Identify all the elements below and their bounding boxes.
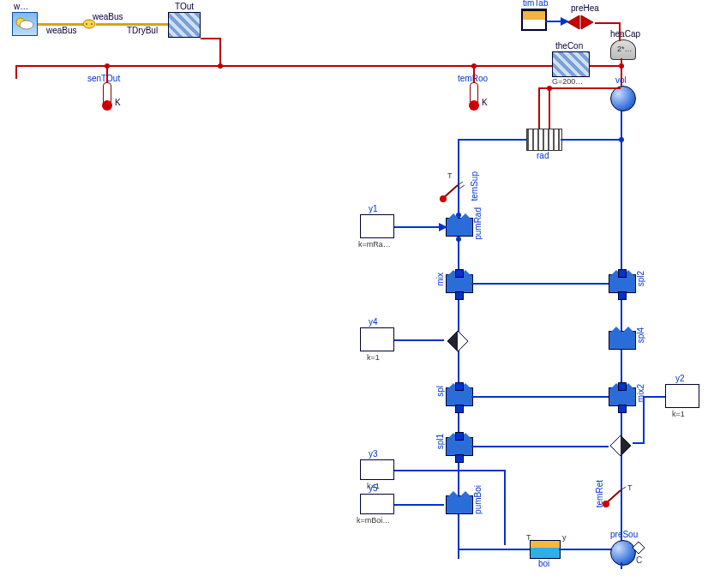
y1-k: k=mRa…	[358, 240, 391, 249]
wire-y2a	[643, 396, 665, 398]
vol-label: vol	[615, 75, 627, 85]
svg-line-11	[459, 185, 465, 189]
thecon-label: theCon	[555, 41, 583, 51]
valve-right[interactable]	[609, 434, 633, 458]
mix-label: mix	[435, 273, 445, 286]
port	[455, 432, 464, 441]
wire-r4	[590, 65, 619, 67]
y1-block[interactable]	[360, 214, 394, 238]
node-r-sen	[105, 63, 110, 69]
wire-rad-r2	[549, 89, 550, 129]
node-pumrad-b	[456, 237, 461, 242]
tout-block[interactable]	[168, 12, 201, 38]
boi-y: y	[562, 533, 567, 542]
port	[455, 454, 464, 463]
spl4-label: spl4	[636, 327, 645, 343]
sentout-thermo[interactable]	[103, 82, 111, 106]
boi-T: T	[526, 533, 531, 542]
prehea-label: preHea	[571, 3, 599, 13]
wire-r1	[201, 38, 221, 39]
pipe-to-rad-right	[561, 139, 622, 141]
heacap-param: 2*…	[617, 45, 633, 53]
node-b-top-right	[619, 137, 624, 142]
heacap-label: heaCap	[610, 29, 640, 39]
pipe-to-rad-left	[458, 139, 526, 141]
boi-block[interactable]	[530, 540, 561, 559]
y3-label: y3	[369, 449, 378, 459]
presou-label: preSou	[610, 530, 638, 539]
pipe-boi-left	[458, 549, 530, 550]
node-pumrad-t	[456, 213, 461, 218]
presou-port: C	[636, 555, 642, 565]
svg-point-4	[91, 23, 93, 25]
wire-r6	[595, 22, 621, 24]
diagram-canvas: w… weaBus weaBus TDryBul TOut theCon G=2…	[0, 0, 714, 588]
port	[618, 405, 627, 413]
weabus-label-2: weaBus	[93, 12, 123, 21]
port	[618, 382, 627, 391]
thecon-block[interactable]	[552, 51, 590, 77]
tout-label: TOut	[175, 2, 194, 11]
wire-y3a	[394, 470, 506, 471]
valve-left[interactable]	[446, 329, 470, 353]
wire-r2	[219, 38, 221, 67]
weather-title: w…	[14, 2, 28, 11]
vol-block[interactable]	[610, 86, 636, 111]
pipe-h-spl1-valve	[471, 446, 609, 447]
y4-label: y4	[369, 317, 378, 327]
temsup-label: temSup	[470, 171, 479, 201]
timtab-block[interactable]	[521, 9, 547, 31]
wire-y3b	[504, 470, 506, 545]
svg-point-1	[20, 21, 33, 29]
svg-marker-14	[447, 331, 458, 351]
arrow-icon	[561, 17, 569, 26]
presou-tail	[621, 562, 622, 569]
spl4-block[interactable]	[609, 331, 636, 350]
wire-y4	[394, 339, 444, 341]
port	[455, 405, 464, 413]
pumboi-block[interactable]	[446, 495, 473, 514]
temsup-icon[interactable]	[439, 180, 465, 202]
svg-line-19	[621, 487, 626, 490]
y5-label: y5	[369, 483, 378, 493]
port	[455, 291, 464, 300]
svg-point-9	[440, 195, 447, 202]
boi-label: boi	[538, 559, 549, 568]
wire-y1	[394, 226, 444, 228]
temsup-T: T	[447, 171, 453, 180]
pumrad-block[interactable]	[446, 218, 473, 237]
y5-block[interactable]	[360, 494, 394, 514]
y2-label: y2	[675, 374, 685, 383]
temroo-thermo[interactable]	[470, 82, 478, 106]
sentout-label: senTOut	[87, 74, 120, 83]
pumrad-label: pumRad	[473, 207, 483, 240]
spl1-label: spl1	[435, 434, 445, 449]
wire-y2c	[633, 442, 645, 444]
svg-line-10	[458, 182, 463, 185]
rad-label: rad	[537, 151, 549, 160]
temret-T: T	[627, 483, 633, 492]
temret-icon[interactable]	[602, 485, 627, 507]
presou-port-icon	[633, 542, 645, 554]
y3-block[interactable]	[360, 459, 394, 480]
port	[455, 269, 464, 278]
svg-marker-7	[561, 17, 569, 26]
node-r-radtop	[547, 86, 552, 91]
wire-r7	[619, 22, 621, 41]
svg-marker-12	[439, 223, 447, 231]
svg-marker-6	[581, 15, 593, 29]
prehea-icon[interactable]	[566, 14, 595, 31]
svg-marker-20	[633, 542, 645, 554]
wire-rad-r1	[538, 89, 540, 129]
port	[618, 291, 627, 300]
wire-r-leftdown	[15, 65, 17, 79]
pumboi-label: pumBoi	[473, 485, 483, 514]
y4-block[interactable]	[360, 327, 394, 351]
sentout-unit: K	[115, 98, 121, 107]
rad-block[interactable]	[526, 129, 562, 151]
y2-block[interactable]	[665, 384, 699, 408]
pipe-h-mix-spl2	[471, 283, 609, 285]
wire-y5	[394, 504, 444, 506]
y2-k: k=1	[672, 410, 685, 418]
tdrybul-label: TDryBul	[127, 26, 158, 35]
